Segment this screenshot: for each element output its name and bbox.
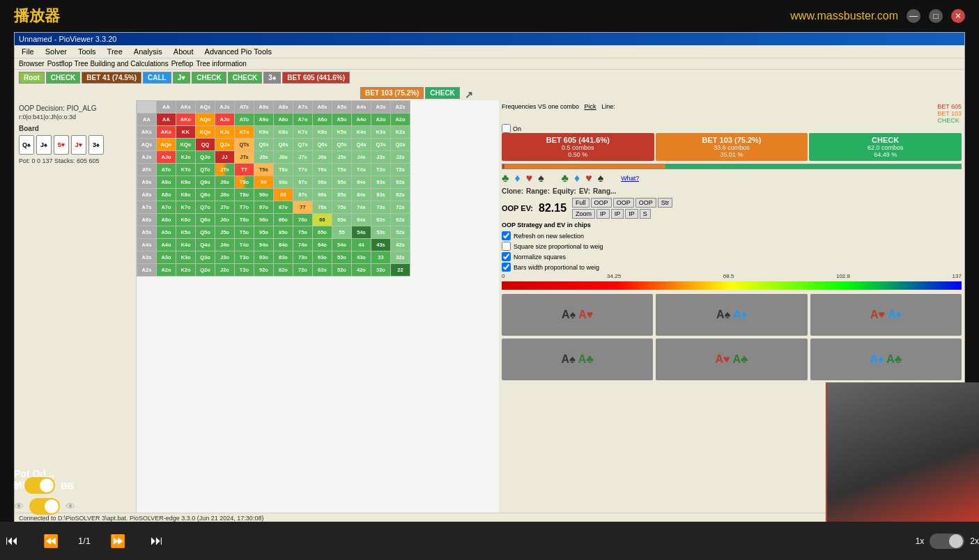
- matrix-cell[interactable]: AA: [157, 114, 176, 126]
- matrix-cell[interactable]: 66: [313, 214, 332, 226]
- matrix-cell[interactable]: J5o: [215, 226, 235, 239]
- matrix-cell[interactable]: Q2o: [196, 264, 215, 277]
- matrix-cell[interactable]: J3s: [371, 151, 391, 164]
- matrix-cell[interactable]: AKo: [157, 126, 176, 139]
- matrix-cell[interactable]: Q3o: [196, 251, 215, 264]
- matrix-cell[interactable]: 74s: [352, 201, 371, 214]
- matrix-cell[interactable]: A8o: [157, 189, 176, 201]
- str-btn[interactable]: Str: [658, 198, 673, 208]
- matrix-cell[interactable]: 86o: [274, 214, 293, 226]
- matrix-cell[interactable]: KJs: [215, 126, 235, 139]
- matrix-cell[interactable]: JJ: [215, 151, 235, 164]
- matrix-cell[interactable]: A7o: [293, 114, 313, 126]
- matrix-cell[interactable]: 53o: [332, 251, 352, 264]
- matrix-cell[interactable]: 87o: [274, 201, 293, 214]
- matrix-cell[interactable]: A6o: [157, 214, 176, 226]
- matrix-cell[interactable]: 42s: [391, 239, 410, 251]
- matrix-cell[interactable]: A9o: [254, 114, 274, 126]
- matrix-cell[interactable]: T7o: [235, 201, 254, 214]
- matrix-cell[interactable]: 32s: [391, 251, 410, 264]
- matrix-cell[interactable]: KJo: [176, 151, 196, 164]
- matrix-cell[interactable]: 98s: [274, 176, 293, 189]
- maximize-button[interactable]: □: [929, 9, 943, 23]
- matrix-cell[interactable]: A4o: [157, 239, 176, 251]
- matrix-cell[interactable]: KK: [176, 126, 196, 139]
- matrix-cell[interactable]: Q6o: [196, 214, 215, 226]
- menu-solver[interactable]: Solver: [43, 47, 70, 56]
- matrix-cell[interactable]: 98o: [254, 189, 274, 201]
- matrix-cell[interactable]: KTo: [176, 164, 196, 176]
- matrix-cell[interactable]: 97o: [254, 201, 274, 214]
- toolbar-tree-info[interactable]: Tree information: [196, 60, 246, 68]
- matrix-cell[interactable]: K5s: [332, 126, 352, 139]
- matrix-cell[interactable]: 92s: [391, 176, 410, 189]
- matrix-cell[interactable]: 53s: [371, 226, 391, 239]
- matrix-cell[interactable]: 97s: [293, 176, 313, 189]
- matrix-cell[interactable]: J9s: [254, 151, 274, 164]
- full-btn[interactable]: Full: [572, 198, 589, 208]
- btn-call[interactable]: CALL: [143, 72, 171, 84]
- matrix-cell[interactable]: A7o: [157, 201, 176, 214]
- matrix-cell[interactable]: AQo: [157, 139, 176, 151]
- matrix-cell[interactable]: AJo: [215, 114, 235, 126]
- matrix-cell[interactable]: 73s: [371, 201, 391, 214]
- matrix-cell[interactable]: K4s: [352, 126, 371, 139]
- matrix-cell[interactable]: Q5s: [332, 139, 352, 151]
- matrix-cell[interactable]: 84s: [352, 189, 371, 201]
- matrix-cell[interactable]: 73o: [293, 251, 313, 264]
- toggle-switch-dollar[interactable]: [24, 477, 55, 494]
- matrix-cell[interactable]: 74o: [293, 239, 313, 251]
- matrix-cell[interactable]: T4s: [352, 164, 371, 176]
- matrix-cell[interactable]: 94o: [254, 239, 274, 251]
- matrix-cell[interactable]: QTs: [235, 139, 254, 151]
- matrix-cell[interactable]: 62s: [391, 214, 410, 226]
- matrix-cell[interactable]: J2o: [215, 264, 235, 277]
- matrix-cell[interactable]: T9s: [254, 164, 274, 176]
- matrix-cell[interactable]: 95o: [254, 226, 274, 239]
- btn-bet605[interactable]: BET 605 (441.6%): [282, 72, 350, 84]
- matrix-cell[interactable]: Q7o: [196, 201, 215, 214]
- matrix-cell[interactable]: J8o: [215, 189, 235, 201]
- matrix-cell[interactable]: K6o: [176, 214, 196, 226]
- matrix-cell[interactable]: Q6s: [313, 139, 332, 151]
- menu-advanced[interactable]: Advanced Pio Tools: [202, 47, 275, 56]
- matrix-cell[interactable]: 88: [274, 189, 293, 201]
- matrix-cell[interactable]: QTo: [196, 164, 215, 176]
- matrix-cell[interactable]: ATo: [157, 164, 176, 176]
- matrix-cell[interactable]: A6o: [313, 114, 332, 126]
- matrix-cell[interactable]: 52s: [391, 226, 410, 239]
- matrix-cell[interactable]: K8s: [274, 126, 293, 139]
- matrix-cell[interactable]: 94s: [352, 176, 371, 189]
- combo-as-ac[interactable]: A♠A♣: [502, 339, 653, 380]
- matrix-cell[interactable]: ATo: [235, 114, 254, 126]
- matrix-cell[interactable]: K7o: [176, 201, 196, 214]
- oop-btn-2[interactable]: OOP: [613, 198, 634, 208]
- matrix-cell[interactable]: J4o: [215, 239, 235, 251]
- matrix-cell[interactable]: 93s: [371, 176, 391, 189]
- toolbar-browser[interactable]: Browser: [19, 60, 45, 68]
- matrix-cell[interactable]: 87s: [293, 189, 313, 201]
- matrix-cell[interactable]: 76o: [293, 214, 313, 226]
- btn-check-1[interactable]: CHECK: [46, 72, 81, 84]
- matrix-cell[interactable]: 64s: [352, 214, 371, 226]
- matrix-cell[interactable]: 65s: [332, 214, 352, 226]
- matrix-cell[interactable]: 43o: [352, 251, 371, 264]
- matrix-cell[interactable]: JTo: [215, 164, 235, 176]
- matrix-cell[interactable]: 44: [352, 239, 371, 251]
- matrix-cell[interactable]: KTs: [235, 126, 254, 139]
- matrix-cell[interactable]: 52o: [332, 264, 352, 277]
- matrix-cell[interactable]: T2o: [235, 264, 254, 277]
- matrix-cell[interactable]: T2s: [391, 164, 410, 176]
- matrix-cell[interactable]: 76s: [313, 201, 332, 214]
- matrix-cell[interactable]: Q9s: [254, 139, 274, 151]
- matrix-cell[interactable]: K3o: [176, 251, 196, 264]
- matrix-cell[interactable]: T3s: [371, 164, 391, 176]
- matrix-cell[interactable]: A5o: [157, 226, 176, 239]
- matrix-cell[interactable]: A9o: [157, 176, 176, 189]
- matrix-cell[interactable]: 72s: [391, 201, 410, 214]
- btn-check-3[interactable]: CHECK: [228, 72, 263, 84]
- matrix-cell[interactable]: KQs: [196, 126, 215, 139]
- matrix-cell[interactable]: T8o: [235, 189, 254, 201]
- matrix-cell[interactable]: 33: [371, 251, 391, 264]
- matrix-cell[interactable]: A5o: [332, 114, 352, 126]
